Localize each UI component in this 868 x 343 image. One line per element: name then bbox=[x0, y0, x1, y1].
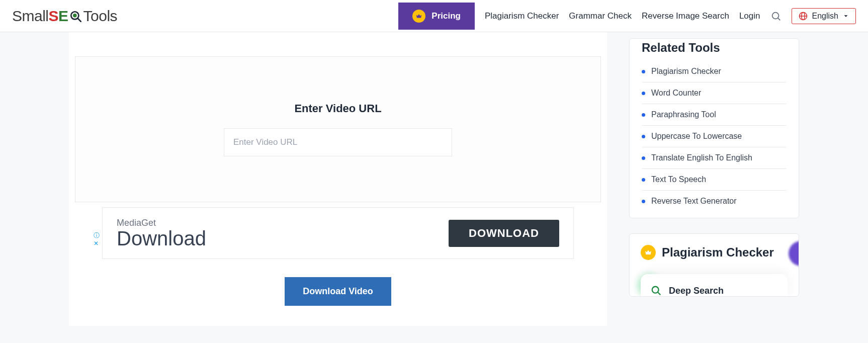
promo-title: Plagiarism Checker bbox=[662, 245, 774, 260]
nav-grammar[interactable]: Grammar Check bbox=[569, 11, 632, 21]
ad-headline: Download bbox=[117, 228, 206, 248]
tool-link[interactable]: Paraphrasing Tool bbox=[642, 104, 787, 126]
bullet-icon bbox=[642, 70, 645, 73]
language-selector[interactable]: English bbox=[792, 8, 856, 24]
ad-download-button[interactable]: DOWNLOAD bbox=[449, 220, 559, 247]
language-label: English bbox=[812, 12, 838, 21]
ad-brand: MediaGet bbox=[117, 218, 206, 228]
tool-label: Text To Speech bbox=[651, 175, 706, 184]
tool-link[interactable]: Text To Speech bbox=[642, 169, 787, 191]
ad-info-icon[interactable]: ⓘ bbox=[94, 232, 100, 240]
bullet-icon bbox=[642, 178, 645, 182]
crown-icon bbox=[412, 10, 425, 23]
promo-inner: Deep Search bbox=[641, 274, 788, 296]
tool-label: Word Counter bbox=[651, 89, 701, 98]
plagiarism-promo-card[interactable]: Plagiarism Checker Deep Search bbox=[629, 233, 799, 297]
advertisement[interactable]: ⓘ ✕ MediaGet Download DOWNLOAD bbox=[102, 207, 574, 259]
ad-badges: ⓘ ✕ bbox=[94, 232, 100, 247]
svg-point-3 bbox=[772, 12, 778, 19]
ad-close-icon[interactable]: ✕ bbox=[94, 240, 100, 248]
main-nav: Pricing Plagiarism Checker Grammar Check… bbox=[398, 3, 856, 30]
pricing-button[interactable]: Pricing bbox=[398, 3, 475, 30]
bullet-icon bbox=[642, 200, 645, 203]
tool-link[interactable]: Translate English To English bbox=[642, 147, 787, 169]
tool-link[interactable]: Reverse Text Generator bbox=[642, 191, 787, 212]
search-icon[interactable] bbox=[770, 11, 782, 22]
logo[interactable]: Small S E Tools bbox=[12, 8, 117, 25]
magnifier-icon bbox=[69, 10, 82, 23]
decor-blob bbox=[789, 241, 799, 266]
site-header: Small S E Tools Pricing Plagiarism Check… bbox=[0, 0, 868, 32]
nav-plagiarism[interactable]: Plagiarism Checker bbox=[485, 11, 559, 21]
promo-feature: Deep Search bbox=[669, 286, 724, 296]
svg-line-9 bbox=[658, 292, 660, 295]
logo-text: S bbox=[49, 8, 59, 25]
url-entry-box: Enter Video URL bbox=[75, 56, 601, 202]
bullet-icon bbox=[642, 113, 645, 117]
sidebar: Related Tools Plagiarism Checker Word Co… bbox=[629, 32, 799, 326]
svg-line-4 bbox=[777, 18, 780, 20]
chevron-down-icon bbox=[842, 13, 849, 20]
enter-url-heading: Enter Video URL bbox=[85, 102, 590, 115]
bullet-icon bbox=[642, 156, 645, 160]
tool-link[interactable]: Uppercase To Lowercase bbox=[642, 126, 787, 147]
crown-icon bbox=[641, 245, 656, 260]
tool-label: Paraphrasing Tool bbox=[651, 110, 716, 119]
related-tools-card: Related Tools Plagiarism Checker Word Co… bbox=[629, 38, 799, 218]
related-tools-list: Plagiarism Checker Word Counter Paraphra… bbox=[642, 61, 787, 212]
nav-login[interactable]: Login bbox=[739, 11, 760, 21]
bullet-icon bbox=[642, 135, 645, 138]
tool-label: Translate English To English bbox=[651, 153, 752, 162]
logo-text: E bbox=[58, 8, 68, 25]
logo-text: Small bbox=[12, 8, 49, 25]
tool-link[interactable]: Word Counter bbox=[642, 82, 787, 104]
tool-label: Uppercase To Lowercase bbox=[651, 132, 742, 141]
main-content: Enter Video URL ⓘ ✕ MediaGet Download DO… bbox=[69, 32, 607, 326]
svg-point-1 bbox=[73, 14, 77, 18]
logo-text: Tools bbox=[83, 8, 118, 25]
svg-point-8 bbox=[652, 287, 659, 293]
globe-icon bbox=[798, 11, 808, 21]
pricing-label: Pricing bbox=[431, 11, 461, 21]
tool-link[interactable]: Plagiarism Checker bbox=[642, 61, 787, 82]
tool-label: Plagiarism Checker bbox=[651, 67, 721, 76]
nav-reverse-image[interactable]: Reverse Image Search bbox=[642, 11, 729, 21]
download-video-button[interactable]: Download Video bbox=[285, 277, 391, 306]
related-tools-heading: Related Tools bbox=[642, 39, 787, 61]
bullet-icon bbox=[642, 92, 645, 95]
tool-label: Reverse Text Generator bbox=[651, 197, 737, 206]
video-url-input[interactable] bbox=[224, 128, 452, 156]
search-icon bbox=[651, 285, 662, 296]
svg-line-2 bbox=[77, 18, 80, 21]
